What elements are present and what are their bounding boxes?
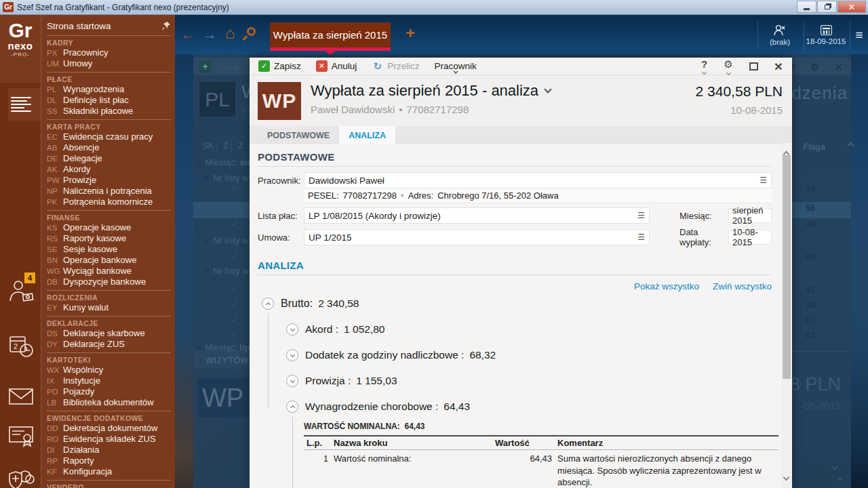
modules-menu-icon[interactable]	[8, 88, 41, 121]
sidebar-section-header: ROZLICZENIA	[47, 293, 171, 302]
sidebar-home-label: Strona startowa	[47, 21, 161, 31]
expander-collapse-icon[interactable]	[286, 401, 298, 413]
sidebar-item-label: Wspólnicy	[63, 365, 103, 375]
new-tab-icon[interactable]: +	[406, 23, 415, 43]
dialog-title[interactable]: Wypłata za sierpień 2015 - analiza	[311, 82, 696, 100]
app-icon: Gr	[3, 2, 14, 12]
sidebar-item-ss[interactable]: SSSkładniki płacowe	[47, 106, 171, 117]
sidebar-section: KADRYPXPracownicyUMUmowy	[47, 35, 171, 69]
sidebar-item-de[interactable]: DEDelegacje	[47, 153, 171, 164]
sidebar-item-kf[interactable]: KFKonfiguracja	[47, 466, 171, 477]
expander-expand-icon[interactable]	[286, 349, 298, 361]
section-header-podstawowe: PODSTAWOWE	[258, 151, 772, 165]
sidebar-item-um[interactable]: UMUmowy	[47, 58, 171, 69]
close-dialog-icon[interactable]: ×	[774, 60, 783, 73]
lista-plac-field[interactable]: LP 1/08/2015 (Akordy i prowizje) ☰	[304, 207, 650, 224]
recalculate-button[interactable]: ↻ Przelicz	[372, 60, 419, 72]
sidebar-item-rs[interactable]: RSRaporty kasowe	[47, 233, 171, 244]
pracownik-menu-button[interactable]: Pracownik	[435, 61, 477, 71]
sidebar-item-dy[interactable]: DYDeklaracje ZUS	[47, 339, 171, 350]
sidebar-item-ab[interactable]: ABAbsencje	[47, 142, 171, 153]
sidebar-item-ix[interactable]: IXInstytucje	[47, 375, 171, 386]
pracownik-details: PESEL:77082717298 • Adres:Chrobrego 7/16…	[304, 188, 772, 203]
collapse-all-link[interactable]: Zwiń wszystko	[713, 281, 772, 291]
sidebar-item-ds[interactable]: DSDeklaracje skarbowe	[47, 328, 171, 339]
sidebar-item-label: Wyciągi bankowe	[63, 266, 132, 277]
mail-icon[interactable]	[7, 382, 35, 411]
umowa-field[interactable]: UP 1/2015 ☰	[304, 229, 650, 245]
maximize-icon[interactable]	[749, 62, 758, 70]
sidebar-item-px[interactable]: PXPracownicy	[47, 47, 171, 58]
sidebar-item-np[interactable]: NPNaliczenia i potrącenia	[47, 186, 171, 197]
sidebar-item-pw[interactable]: PWProwizje	[47, 175, 171, 186]
sidebar-sections: KADRYPXPracownicyUMUmowyPŁACEPLWynagrodz…	[47, 35, 171, 488]
expander-expand-icon[interactable]	[286, 323, 298, 336]
sidebar-item-bn[interactable]: BNOperacje bankowe	[47, 255, 171, 266]
services-shield-icon[interactable]	[7, 465, 35, 488]
sidebar-item-dd[interactable]: DDDekretacja dokumentów	[47, 423, 171, 434]
notification-badge: 4	[24, 272, 35, 283]
sidebar-item-home[interactable]: Strona startowa	[47, 19, 171, 33]
pin-icon[interactable]	[161, 21, 171, 30]
app-menu-icon[interactable]: ≡	[850, 18, 868, 53]
sidebar-item-pk[interactable]: PKPotrącenia komornicze	[47, 197, 171, 207]
scroll-down-icon[interactable]	[784, 470, 789, 483]
sidebar-item-label: Raporty kasowe	[63, 233, 126, 244]
sidebar-item-db[interactable]: DBDyspozycje bankowe	[47, 277, 171, 287]
sidebar-item-code: AK	[47, 164, 63, 175]
sidebar-item-ey[interactable]: EYKursy walut	[47, 302, 171, 313]
title-chevron-icon	[544, 85, 551, 93]
tree-item-label: Dodatek za godziny nadliczbowe :	[305, 349, 464, 361]
close-window-button[interactable]: ✕	[837, 1, 866, 13]
scrollbar-thumb[interactable]	[783, 155, 791, 379]
sidebar-item-wg[interactable]: WGWyciągi bankowe	[47, 266, 171, 277]
sidebar-item-label: Naliczenia i potrącenia	[63, 186, 152, 197]
sidebar-item-po[interactable]: POPojazdy	[47, 386, 171, 397]
cell-nazwa: Wartość nominalna:	[331, 450, 492, 488]
help-icon[interactable]: ?	[701, 58, 707, 74]
sidebar-item-label: Ewidencja składek ZUS	[63, 434, 156, 445]
field-menu-icon[interactable]: ☰	[637, 234, 645, 241]
save-button[interactable]: ✓ Zapisz	[258, 60, 301, 72]
cancel-button[interactable]: ✕ Anuluj	[316, 60, 357, 72]
sidebar-item-ro[interactable]: ROEwidencja składek ZUS	[47, 434, 171, 445]
date-button[interactable]: 18-09-2015	[804, 18, 848, 53]
pracownik-field[interactable]: Dawidowski Paweł ☰	[304, 172, 772, 188]
sidebar-item-ks[interactable]: KSOperacje kasowe	[47, 222, 171, 233]
sidebar-item-pl[interactable]: PLWynagrodzenia	[47, 84, 171, 95]
sidebar-item-rp[interactable]: RPRaporty	[47, 455, 171, 466]
restore-button[interactable]	[817, 1, 837, 13]
app-logo[interactable]: Gr nexo -PRO-	[0, 15, 41, 83]
sidebar-item-di[interactable]: DIDziałania	[47, 445, 171, 455]
certificate-icon[interactable]	[7, 422, 35, 450]
user-select-button[interactable]: (brak)	[760, 18, 800, 53]
home-icon[interactable]: ⌂	[225, 23, 235, 43]
sidebar-item-lb[interactable]: LBBiblioteka dokumentów	[47, 397, 171, 408]
open-tab-wyplata[interactable]: Wypłata za sierpień 2015	[270, 22, 391, 51]
search-icon[interactable]	[247, 27, 256, 36]
settings-gear-icon[interactable]: ⚙	[724, 58, 732, 75]
sidebar-item-label: Ewidencja czasu pracy	[63, 131, 153, 142]
show-all-link[interactable]: Pokaż wszystko	[634, 281, 699, 291]
module-rail: Gr nexo -PRO- 4 2	[0, 15, 41, 488]
sidebar-section: ROZLICZENIAEYKursy walut	[47, 290, 171, 313]
field-menu-icon[interactable]: ☰	[760, 177, 767, 184]
expander-expand-icon[interactable]	[286, 375, 298, 387]
lista-plac-label: Lista płac:	[258, 211, 304, 221]
dialog-scrollbar[interactable]	[781, 143, 792, 488]
minimize-button[interactable]	[797, 1, 816, 13]
field-menu-icon[interactable]: ☰	[637, 212, 645, 219]
sidebar-item-se[interactable]: SESesje kasowe	[47, 244, 171, 255]
expander-collapse-icon[interactable]	[262, 298, 274, 310]
sidebar-item-ec[interactable]: ECEwidencja czasu pracy	[47, 131, 171, 142]
nav-forward-icon[interactable]: →	[202, 24, 217, 45]
tab-analiza[interactable]: ANALIZA	[339, 126, 395, 144]
calendar-clock-icon[interactable]: 2	[7, 332, 35, 361]
tab-podstawowe[interactable]: PODSTAWOWE	[258, 126, 339, 144]
sidebar-item-label: Składniki płacowe	[63, 106, 133, 117]
sidebar-item-code: KS	[47, 222, 63, 233]
nav-back-icon[interactable]: ←	[180, 24, 195, 45]
sidebar-item-dl[interactable]: DLDefinicje list płac	[47, 95, 171, 106]
sidebar-item-wx[interactable]: WXWspólnicy	[47, 365, 171, 375]
sidebar-item-ak[interactable]: AKAkordy	[47, 164, 171, 175]
